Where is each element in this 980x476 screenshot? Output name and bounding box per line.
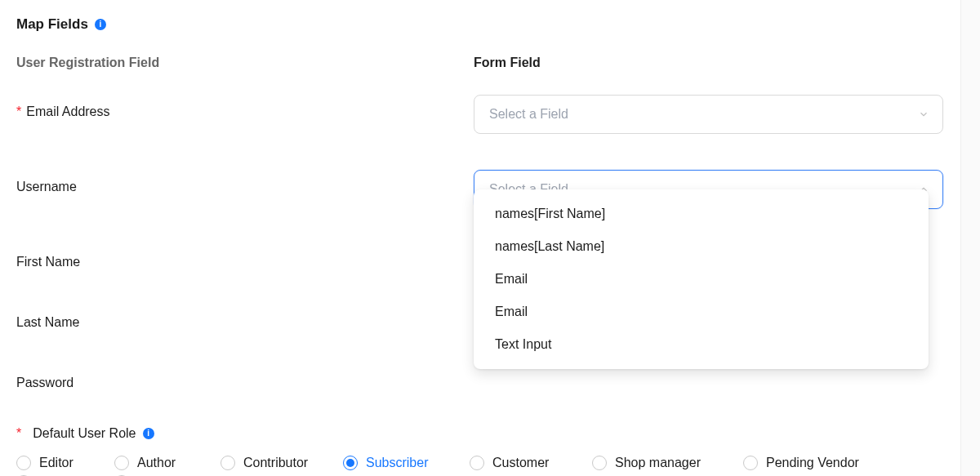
info-icon[interactable]: i — [143, 428, 154, 439]
radio-icon-selected — [343, 456, 358, 470]
label-password: Password — [16, 366, 474, 390]
section-title: Map Fields i — [16, 16, 943, 33]
dropdown-option-last-name[interactable]: names[Last Name] — [474, 230, 929, 263]
dropdown-menu: names[First Name] names[Last Name] Email… — [474, 189, 929, 369]
radio-icon — [470, 456, 484, 470]
col-header-left: User Registration Field — [16, 56, 474, 70]
role-radio-group: Editor Author Contributor Subscriber Cus… — [16, 456, 943, 476]
radio-shop-manager[interactable]: Shop manager — [592, 456, 743, 470]
radio-pending-vendor[interactable]: Pending Vendor — [743, 456, 890, 470]
radio-subscriber[interactable]: Subscriber — [343, 456, 470, 470]
label-username: Username — [16, 170, 474, 194]
select-email[interactable]: Select a Field — [474, 95, 943, 134]
dropdown-option-text-input[interactable]: Text Input — [474, 328, 929, 361]
radio-label: Customer — [492, 456, 549, 470]
radio-contributor[interactable]: Contributor — [220, 456, 343, 470]
info-icon[interactable]: i — [95, 19, 106, 30]
radio-customer[interactable]: Customer — [470, 456, 592, 470]
required-asterisk: * — [16, 105, 21, 119]
radio-label: Shop manager — [615, 456, 701, 470]
radio-label: Contributor — [243, 456, 308, 470]
role-section-title-text: Default User Role — [33, 426, 136, 441]
radio-icon — [220, 456, 235, 470]
radio-icon — [743, 456, 758, 470]
chevron-down-icon — [918, 109, 929, 120]
radio-label: Author — [137, 456, 176, 470]
radio-label: Editor — [39, 456, 74, 470]
radio-author[interactable]: Author — [114, 456, 220, 470]
label-email: * Email Address — [16, 95, 474, 119]
dropdown-option-email-1[interactable]: Email — [474, 263, 929, 296]
column-headers: User Registration Field Form Field — [16, 56, 943, 70]
section-title-text: Map Fields — [16, 16, 88, 33]
scrollbar-track[interactable] — [960, 0, 980, 476]
label-first-name-text: First Name — [16, 255, 80, 269]
select-email-placeholder: Select a Field — [489, 107, 568, 122]
radio-editor[interactable]: Editor — [16, 456, 114, 470]
radio-label: Pending Vendor — [766, 456, 859, 470]
radio-icon — [16, 456, 31, 470]
role-section-title: * Default User Role i — [16, 426, 943, 441]
radio-icon — [592, 456, 607, 470]
dropdown-option-first-name[interactable]: names[First Name] — [474, 198, 929, 230]
label-username-text: Username — [16, 180, 77, 194]
dropdown-option-email-2[interactable]: Email — [474, 296, 929, 328]
label-last-name: Last Name — [16, 305, 474, 330]
label-password-text: Password — [16, 376, 74, 390]
label-last-name-text: Last Name — [16, 315, 79, 330]
radio-label: Subscriber — [366, 456, 428, 470]
col-header-right: Form Field — [474, 56, 943, 70]
label-email-text: Email Address — [26, 105, 109, 119]
label-first-name: First Name — [16, 245, 474, 269]
required-asterisk: * — [16, 426, 21, 441]
radio-icon — [114, 456, 129, 470]
